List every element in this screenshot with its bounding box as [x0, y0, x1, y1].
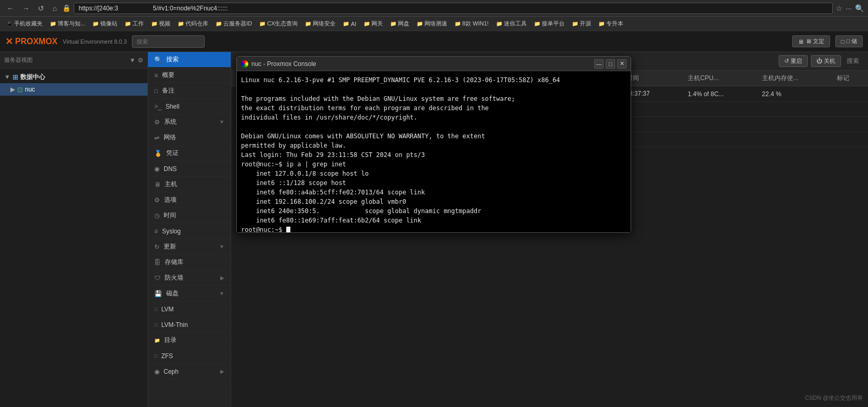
terminal-window[interactable]: nuc - Proxmox Console — □ ✕ Linux nuc 6.… [236, 56, 631, 233]
create-vm-button[interactable]: 🖥 🖥 文定 [792, 35, 830, 47]
bookmark-folder-icon: 📁 [50, 21, 56, 27]
nav-item-zfs[interactable]: □ ZFS [148, 348, 231, 364]
terminal-output: Linux nuc 6.2.16-3-pve #1 SMP PREEMPT_DY… [241, 75, 626, 232]
bookmark-item[interactable]: 📁博客与知... [47, 19, 88, 29]
shutdown-button[interactable]: ⏻ 关机 [811, 55, 841, 67]
bookmark-item[interactable]: 📁视频 [148, 19, 173, 29]
bookmark-item[interactable]: 📁开源 [569, 19, 594, 29]
nav-item-firewall[interactable]: 🛡 防火墙 ▶ [148, 270, 231, 286]
host-icon: 🖥 [154, 181, 161, 188]
col-hostcpu[interactable]: 主机CPU... [683, 71, 757, 86]
vm-icon: 🖥 [798, 38, 804, 45]
bookmark-item[interactable]: 📁工作 [122, 19, 147, 29]
nav-item-ceph[interactable]: ◉ Ceph ▶ [148, 364, 231, 379]
bookmark-folder-icon: 📱 [6, 21, 12, 27]
sidebar-settings-icon[interactable]: ⚙ [138, 57, 143, 64]
bookmark-folder-icon: 📁 [390, 21, 396, 27]
nav-item-repositories[interactable]: 🗄 存储库 [148, 255, 231, 270]
bookmark-folder-icon: 📁 [92, 21, 99, 27]
nav-item-options[interactable]: ⚙ 选项 [148, 192, 231, 208]
nav-item-notes[interactable]: □ 备注 [148, 83, 231, 99]
col-tag[interactable]: 标记 [832, 71, 868, 86]
bookmark-star-icon[interactable]: ☆ [836, 4, 843, 12]
terminal-body[interactable]: Linux nuc 6.2.16-3-pve #1 SMP PREEMPT_DY… [237, 71, 631, 232]
nav-item-search[interactable]: 🔍 搜索 [148, 52, 231, 68]
storage-button[interactable]: □ □ 储 [835, 35, 863, 47]
minimize-button[interactable]: — [594, 59, 604, 69]
bookmark-item[interactable]: 📁镜像站 [89, 19, 121, 29]
terminal-cursor [286, 227, 290, 233]
credentials-icon: 🏅 [154, 150, 162, 157]
nav-item-disk[interactable]: 💾 磁盘 ▼ [148, 286, 231, 301]
nav-item-dns[interactable]: ◉ DNS [148, 161, 231, 177]
bookmark-item[interactable]: 📱手机收藏夹 [3, 19, 46, 29]
expand-arrow-icon: ▶ [220, 369, 224, 374]
bookmark-item[interactable]: 📁代码仓库 [175, 19, 211, 29]
bookmark-item[interactable]: 📁CX生态查询 [256, 19, 301, 29]
nav-item-lvm[interactable]: □ LVM [148, 301, 231, 317]
bookmark-item[interactable]: 📁云服务器ID [212, 19, 255, 29]
nav-back-button[interactable]: ← [4, 3, 17, 14]
nav-item-updates[interactable]: ↻ 更新 ▼ [148, 239, 231, 255]
sidebar-down-arrow[interactable]: ▼ [129, 57, 136, 64]
maximize-button[interactable]: □ [606, 59, 615, 69]
sidebar-item-nuc[interactable]: ▶ ⊡ nuc [0, 83, 148, 96]
search-browser-icon[interactable]: 🔍 [855, 4, 864, 12]
bookmark-folder-icon: 📁 [534, 21, 540, 27]
address-bar[interactable] [74, 3, 833, 14]
nav-forward-button[interactable]: → [20, 3, 32, 14]
server-view-label: 服务器视图 [4, 56, 33, 64]
bookmark-folder-icon: 📁 [178, 21, 184, 27]
nav-refresh-button[interactable]: ↺ [35, 3, 47, 14]
shell-icon: >_ [154, 103, 162, 110]
nav-item-host[interactable]: 🖥 主机 [148, 177, 231, 192]
more-actions-icon[interactable]: 搜索 [844, 55, 862, 67]
terminal-controls: — □ ✕ [594, 59, 626, 69]
lvm-thin-icon: □ [154, 322, 157, 327]
bookmark-item[interactable]: 📁AI [340, 20, 359, 28]
summary-icon: ≡ [154, 72, 158, 79]
nav-item-network[interactable]: ⇌ 网络 [148, 130, 231, 146]
sidebar-item-datacenter[interactable]: ▼ ⊞ 数据中心 [0, 71, 148, 83]
bookmark-item[interactable]: 📁8款 WIN1! [451, 19, 492, 29]
node-icon: ⊡ [17, 86, 23, 94]
bookmark-item[interactable]: 📁网络测速 [413, 19, 450, 29]
nav-menu-panel: 🔍 搜索 ≡ 概要 □ 备注 >_ Shell ⚙ 系统 ▼ ⇌ [148, 52, 231, 407]
bookmark-item[interactable]: 📁网关 [360, 19, 386, 29]
lvm-icon: □ [154, 307, 157, 312]
restart-button[interactable]: ↺ 重启 [779, 55, 808, 67]
proxmox-logo: ✕ PROXMOX [5, 36, 58, 47]
global-search-input[interactable] [132, 35, 205, 48]
nav-item-summary[interactable]: ≡ 概要 [148, 68, 231, 83]
nav-item-credentials[interactable]: 🏅 凭证 [148, 146, 231, 161]
nav-item-system[interactable]: ⚙ 系统 ▼ [148, 114, 231, 130]
nav-item-time[interactable]: ◷ 时间 [148, 208, 231, 224]
zfs-icon: □ [154, 353, 157, 359]
syslog-icon: ≡ [154, 228, 158, 235]
more-options-icon[interactable]: ··· [846, 4, 852, 12]
nav-home-button[interactable]: ⌂ [50, 3, 59, 14]
bookmark-folder-icon: 📁 [216, 21, 222, 27]
time-icon: ◷ [154, 212, 159, 219]
bookmark-item[interactable]: 📁迷你工具 [493, 19, 530, 29]
bookmark-item[interactable]: 📁网络安全 [302, 19, 339, 29]
storage-icon: □ [841, 38, 845, 45]
bookmark-folder-icon: 📁 [417, 21, 423, 27]
header-actions: ↺ 重启 ⏻ 关机 搜索 [779, 55, 862, 67]
bookmark-item[interactable]: 📁专升本 [595, 19, 626, 29]
sidebar: 服务器视图 ▼ ⚙ ▼ ⊞ 数据中心 ▶ ⊡ nuc [0, 52, 148, 407]
nav-item-directory[interactable]: 📁 目录 [148, 333, 231, 348]
bookmark-folder-icon: 📁 [343, 21, 349, 27]
datacenter-icon: ⊞ [12, 73, 18, 81]
bookmark-folder-icon: 📁 [125, 21, 131, 27]
close-button[interactable]: ✕ [617, 59, 626, 69]
nav-item-shell[interactable]: >_ Shell [148, 99, 231, 114]
expand-arrow-icon: ▼ [219, 291, 224, 296]
app-header: ✕ PROXMOX Virtual Environment 8.0.3 🖥 🖥 … [0, 31, 868, 52]
bookmark-item[interactable]: 📁接单平台 [531, 19, 568, 29]
col-hostmem[interactable]: 主机内存使... [757, 71, 832, 86]
nav-item-syslog[interactable]: ≡ Syslog [148, 224, 231, 239]
bookmark-item[interactable]: 📁网盘 [387, 19, 412, 29]
bookmark-folder-icon: 📁 [598, 21, 605, 27]
nav-item-lvm-thin[interactable]: □ LVM-Thin [148, 317, 231, 333]
